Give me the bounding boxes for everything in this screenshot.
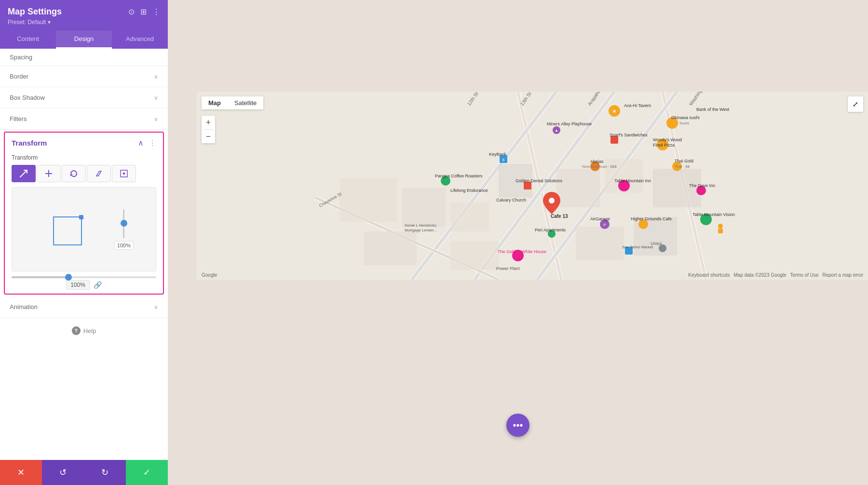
- box-shadow-section-header[interactable]: Box Shadow ∨: [0, 87, 168, 108]
- cancel-icon: ✕: [17, 467, 25, 478]
- svg-rect-17: [339, 178, 397, 222]
- svg-text:Calvary Church: Calvary Church: [496, 198, 526, 202]
- transform-title: Transform: [12, 139, 47, 147]
- slider-thumb[interactable]: [65, 274, 72, 281]
- svg-text:Higher Grounds Cafe: Higher Grounds Cafe: [631, 216, 672, 221]
- preset-label: Preset: Default: [8, 19, 46, 26]
- tool-origin-btn[interactable]: [112, 165, 136, 182]
- svg-text:Thai · $$: Thai · $$: [675, 164, 690, 169]
- map-terms: Keyboard shortcuts Map data ©2023 Google…: [688, 272, 863, 278]
- google-map[interactable]: ★ ▲: [197, 92, 868, 280]
- keyboard-shortcuts[interactable]: Keyboard shortcuts: [688, 272, 730, 278]
- slider-bottom-row: 100% 🔗: [66, 280, 102, 290]
- fab-button[interactable]: •••: [506, 414, 529, 437]
- more-icon[interactable]: ⋮: [152, 7, 160, 16]
- sidebar-header: Map Settings ⊙ ⊞ ⋮ Preset: Default ▾: [0, 0, 168, 30]
- transform-preview-box: [53, 216, 82, 245]
- grid-icon[interactable]: ⊞: [140, 7, 147, 16]
- transform-more-icon[interactable]: ⋮: [149, 138, 156, 148]
- transform-visual-area: 100%: [12, 187, 156, 271]
- tool-scale-btn[interactable]: [12, 165, 36, 182]
- tool-translate-btn[interactable]: [37, 165, 61, 182]
- svg-text:AirGarage: AirGarage: [590, 216, 610, 221]
- transform-header-icons: ∧ ⋮: [138, 138, 156, 148]
- svg-text:$: $: [502, 158, 505, 162]
- svg-text:Pangea Coffee Roasters: Pangea Coffee Roasters: [435, 174, 483, 178]
- scale-link-icon[interactable]: 🔗: [94, 281, 102, 289]
- transform-collapse-icon[interactable]: ∧: [138, 138, 144, 148]
- report-error[interactable]: Report a map error: [823, 272, 863, 278]
- transform-tools: [5, 165, 163, 187]
- slider-fill: [12, 276, 67, 278]
- svg-point-52: [718, 224, 723, 229]
- spacing-section-header[interactable]: Spacing: [0, 49, 168, 66]
- slider-track: [12, 276, 156, 278]
- transform-handle[interactable]: [79, 215, 83, 219]
- google-logo: Google: [202, 272, 217, 278]
- svg-rect-53: [718, 229, 723, 233]
- svg-text:Table Mountain Inn: Table Mountain Inn: [614, 178, 651, 183]
- svg-point-43: [549, 198, 555, 203]
- svg-text:San Telmo Market: San Telmo Market: [622, 245, 653, 249]
- fullscreen-button[interactable]: ⤢: [848, 96, 863, 112]
- border-label: Border: [10, 73, 28, 80]
- scale-y-slider: 100% 🔗: [12, 276, 156, 290]
- tab-content[interactable]: Content: [0, 30, 56, 49]
- scale-y-value: 100%: [66, 280, 90, 290]
- svg-text:Bank of the West: Bank of the West: [696, 107, 730, 112]
- tab-advanced[interactable]: Advanced: [112, 30, 168, 49]
- marker-ace-hi[interactable]: ★: [609, 105, 620, 117]
- map-area: ★ ▲: [168, 0, 868, 485]
- sidebar-header-top: Map Settings ⊙ ⊞ ⋮: [8, 7, 160, 17]
- svg-text:Lifelong Endurance: Lifelong Endurance: [450, 188, 488, 193]
- map-type-map-btn[interactable]: Map: [202, 96, 228, 109]
- map-type-satellite-btn[interactable]: Satellite: [228, 96, 263, 109]
- filters-chevron-icon: ∨: [154, 116, 158, 122]
- svg-text:KeyBank: KeyBank: [489, 152, 507, 157]
- svg-text:Table Mountain Vision: Table Mountain Vision: [692, 212, 735, 217]
- map-data-label: Map data ©2023 Google: [733, 272, 786, 278]
- svg-text:Cafe 13: Cafe 13: [551, 214, 568, 219]
- svg-text:Snarf's Sandwiches: Snarf's Sandwiches: [610, 133, 648, 137]
- filters-section-header[interactable]: Filters ∨: [0, 108, 168, 130]
- svg-text:New American · $$$: New American · $$$: [582, 164, 617, 169]
- box-shadow-label: Box Shadow: [10, 94, 45, 101]
- svg-text:P: P: [603, 223, 606, 227]
- animation-section-header[interactable]: Animation ∨: [0, 296, 168, 318]
- undo-button[interactable]: ↺: [42, 460, 84, 485]
- settings-icon[interactable]: ⊙: [128, 7, 135, 16]
- svg-text:▲: ▲: [555, 128, 558, 133]
- svg-rect-19: [450, 202, 489, 231]
- preset-row[interactable]: Preset: Default ▾: [8, 19, 160, 26]
- help-row[interactable]: ? Help: [0, 318, 168, 344]
- zoom-out-button[interactable]: −: [202, 130, 215, 143]
- redo-button[interactable]: ↻: [84, 460, 126, 485]
- map-svg: ★ ▲: [197, 92, 868, 280]
- zoom-in-button[interactable]: +: [202, 116, 215, 129]
- tool-skew-btn[interactable]: [87, 165, 111, 182]
- box-shadow-chevron-icon: ∨: [154, 94, 158, 101]
- border-chevron-icon: ∨: [154, 73, 158, 80]
- border-section-header[interactable]: Border ∨: [0, 66, 168, 87]
- tool-rotate-btn[interactable]: [62, 165, 86, 182]
- sidebar-scroll-content: Spacing Border ∨ Box Shadow ∨ Filters ∨ …: [0, 49, 168, 460]
- help-label: Help: [83, 327, 96, 335]
- scale-x-thumb[interactable]: [121, 220, 127, 227]
- bottom-bar: ✕ ↺ ↻ ✓: [0, 460, 168, 485]
- svg-text:Sushi: Sushi: [679, 121, 689, 125]
- tab-design[interactable]: Design: [56, 30, 112, 49]
- redo-icon: ↻: [101, 467, 108, 478]
- svg-text:Unsui: Unsui: [651, 241, 662, 246]
- svg-rect-26: [450, 241, 499, 270]
- undo-icon: ↺: [59, 467, 67, 478]
- filters-label: Filters: [10, 115, 27, 122]
- svg-rect-21: [556, 169, 600, 207]
- svg-text:Power Plant: Power Plant: [496, 266, 520, 271]
- cancel-button[interactable]: ✕: [0, 460, 42, 485]
- zoom-controls: + −: [202, 116, 215, 143]
- save-button[interactable]: ✓: [126, 460, 168, 485]
- scale-x-value: 100%: [114, 241, 134, 250]
- terms-of-use[interactable]: Terms of Use: [790, 272, 819, 278]
- svg-text:Okinawa sushi: Okinawa sushi: [671, 115, 700, 120]
- spacing-label: Spacing: [10, 54, 32, 61]
